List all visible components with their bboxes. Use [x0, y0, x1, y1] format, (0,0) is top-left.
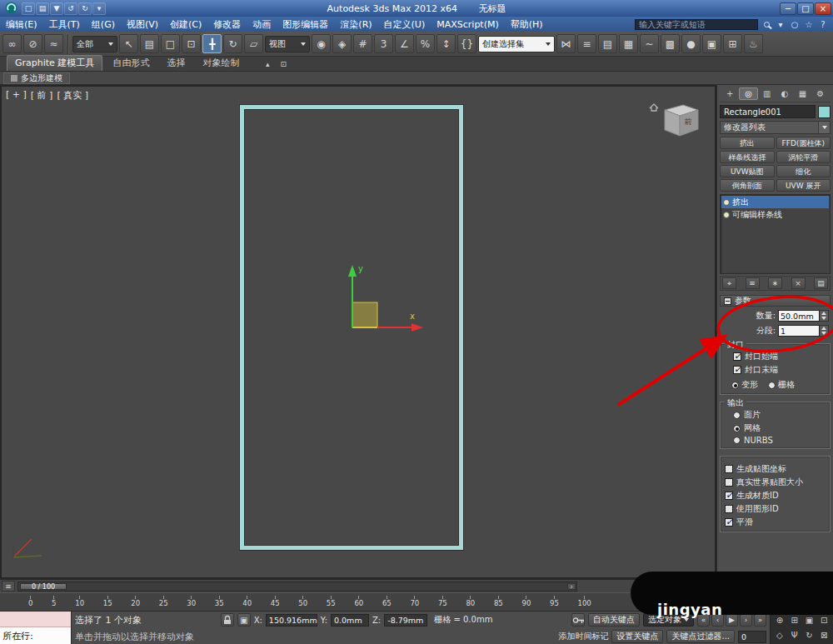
minimize-ribbon-icon[interactable]: ▴ [261, 58, 274, 70]
zoom-region-icon[interactable]: ⊡ [817, 614, 831, 627]
menu-item[interactable]: 视图(V) [121, 17, 164, 32]
menu-item[interactable]: 渲染(R) [334, 17, 377, 32]
spinner-snap-icon[interactable]: ↕ [436, 34, 456, 53]
set-key-icon[interactable] [571, 613, 585, 627]
menu-item[interactable]: 修改器 [207, 17, 247, 32]
snaps-toggle-icon[interactable]: 3 [374, 34, 393, 53]
checkbox-option[interactable]: 封口始端 [733, 351, 827, 362]
time-slider-track[interactable]: 0 / 100 › [17, 582, 577, 592]
curve-editor-icon[interactable]: ~ [640, 34, 659, 53]
app-logo-icon[interactable] [5, 2, 18, 15]
pan-icon[interactable]: Ψ [788, 629, 801, 642]
select-and-scale-icon[interactable]: ▱ [244, 34, 263, 53]
modifier-shortcut-button[interactable]: 挤出 [720, 137, 775, 149]
checkbox-icon[interactable] [725, 478, 733, 487]
orbit-icon[interactable]: ↻ [802, 629, 816, 642]
checkbox-option[interactable]: 真实世界贴图大小 [725, 477, 827, 488]
redo-icon[interactable]: ↻ [78, 2, 92, 15]
menu-item[interactable]: 自定义(U) [378, 17, 431, 32]
select-and-move-icon[interactable]: ╋ [202, 34, 222, 53]
modifier-stack-item[interactable]: 可编辑样条线 [721, 208, 829, 221]
open-file-icon[interactable]: ▤ [36, 2, 49, 15]
key-filters-button[interactable]: 关键点过滤器... [666, 630, 735, 643]
close-button[interactable]: × [815, 2, 831, 15]
select-and-link-icon[interactable]: ∞ [2, 34, 22, 53]
communication-center-icon[interactable]: ○ [789, 18, 801, 30]
go-to-end-icon[interactable]: » [754, 614, 766, 627]
zoom-icon[interactable]: ⊕ [773, 614, 786, 627]
next-frame-arrow-icon[interactable]: › [567, 583, 576, 590]
view-cube[interactable]: 前 [646, 97, 701, 145]
checkbox-option[interactable]: 使用图形ID [725, 503, 827, 515]
amount-value-field[interactable]: 50.0mm [778, 310, 820, 322]
show-end-result-icon[interactable]: ≡ [746, 277, 760, 289]
mini-curve-editor-icon[interactable]: ≡ [2, 581, 15, 592]
minimize-button[interactable]: ─ [780, 2, 796, 15]
menu-item[interactable]: 编辑(E) [0, 17, 43, 32]
menu-item[interactable]: 图形编辑器 [277, 17, 334, 32]
display-tab-icon[interactable]: ▦ [794, 87, 811, 100]
render-production-icon[interactable]: ♨ [744, 34, 763, 53]
modifier-shortcut-button[interactable]: FFD(圆柱体) [776, 137, 831, 149]
reference-coordinate-dropdown[interactable]: 视图 [265, 36, 310, 52]
radio-icon[interactable] [768, 382, 776, 389]
modifier-shortcut-button[interactable]: UVW 展开 [776, 179, 831, 192]
bind-to-space-warp-icon[interactable]: ≈ [44, 34, 63, 53]
menu-item[interactable]: 创建(C) [164, 17, 207, 32]
unlink-selection-icon[interactable]: ⊘ [23, 34, 42, 53]
visibility-bulb-icon[interactable] [723, 199, 730, 206]
fov-icon[interactable]: ◇ [773, 629, 786, 642]
maximize-viewport-icon[interactable]: ⊠ [817, 629, 831, 642]
polygon-modeling-panel[interactable]: 多边形建模 [3, 72, 70, 84]
y-coordinate-field[interactable]: 0.0mm [331, 614, 369, 627]
menu-item[interactable]: 组(G) [86, 17, 121, 32]
macro-recorder-line[interactable] [0, 612, 71, 627]
search-icon[interactable] [761, 18, 772, 30]
zoom-extents-icon[interactable]: ▣ [802, 614, 816, 627]
checkbox-icon[interactable] [725, 465, 733, 473]
time-slider-handle[interactable]: 0 / 100 [20, 583, 67, 590]
add-time-tag[interactable]: 添加时间标记 [558, 631, 608, 642]
maxscript-mini-listener[interactable]: 所在行: [0, 612, 72, 644]
menu-item[interactable]: 帮助(H) [505, 17, 549, 32]
modifier-shortcut-button[interactable]: 涡轮平滑 [776, 151, 831, 163]
selection-lock-icon[interactable] [221, 613, 234, 627]
zoom-all-icon[interactable]: ⊞ [788, 614, 801, 627]
checkbox-icon[interactable] [733, 352, 741, 361]
radio-icon[interactable] [733, 425, 741, 432]
workspace-dropdown-icon[interactable]: ▾ [92, 2, 106, 15]
help-icon[interactable]: ? [817, 18, 829, 30]
checkbox-option[interactable]: 平滑 [725, 517, 827, 528]
viewport-label[interactable]: [ 真实 ] [57, 89, 88, 102]
set-key-button[interactable]: 设置关键点 [611, 630, 663, 643]
angle-snap-icon[interactable]: ∠ [395, 34, 414, 53]
search-history-dropdown-icon[interactable]: ▾ [775, 18, 786, 30]
select-and-rotate-icon[interactable]: ↻ [223, 34, 242, 53]
new-scene-icon[interactable]: □ [22, 2, 35, 15]
radio-option[interactable]: NURBS [733, 436, 827, 445]
object-color-swatch[interactable] [818, 106, 831, 118]
modify-tab-icon[interactable]: ◎ [739, 87, 757, 100]
visibility-bulb-icon[interactable] [723, 212, 730, 218]
radio-option[interactable]: 栅格 [768, 379, 795, 391]
checkbox-icon[interactable] [725, 492, 733, 500]
rendered-frame-icon[interactable]: ⊞ [723, 34, 742, 53]
keyboard-override-icon[interactable]: # [353, 34, 372, 53]
menu-item[interactable]: MAXScript(M) [431, 17, 505, 32]
modifier-shortcut-button[interactable]: 样条线选择 [720, 151, 775, 163]
search-input[interactable] [635, 19, 758, 30]
modifier-shortcut-button[interactable]: UVW贴图 [720, 165, 775, 177]
auto-key-button[interactable]: 自动关键点 [588, 613, 640, 627]
named-selection-set-dropdown[interactable]: 创建选择集 [478, 36, 555, 52]
viewport-label[interactable]: [ + ] [6, 89, 27, 102]
hierarchy-tab-icon[interactable]: ▥ [759, 87, 776, 100]
motion-tab-icon[interactable]: ◐ [776, 87, 793, 100]
ribbon-tab[interactable]: Graphite 建模工具 [7, 55, 102, 71]
favorites-icon[interactable]: ☆ [803, 18, 815, 30]
parameters-rollout-header[interactable]: 参数 [720, 295, 831, 307]
render-setup-icon[interactable]: ▣ [702, 34, 721, 53]
current-frame-field[interactable]: 0 [738, 631, 766, 643]
select-object-icon[interactable]: ↖ [119, 34, 138, 53]
checkbox-option[interactable]: 封口末端 [733, 364, 827, 376]
use-pivot-center-icon[interactable]: ◉ [312, 34, 331, 53]
